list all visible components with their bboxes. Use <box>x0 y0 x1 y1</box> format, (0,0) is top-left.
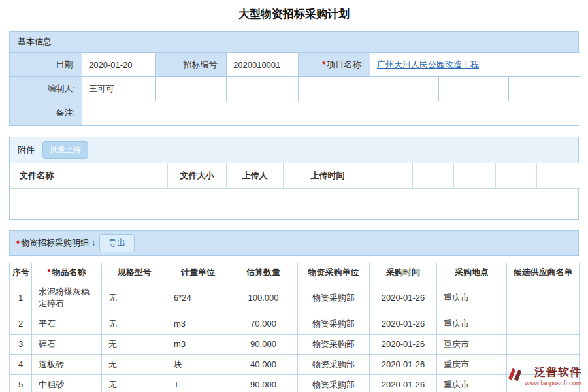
basic-info-table: 日期: 2020-01-20 招标编号: 2020010001 *项目名称: 广… <box>10 52 580 125</box>
item-unit: T <box>167 375 229 392</box>
table-row: 4 道板砖 无 块 40.000 物资采购部 2020-01-26 重庆市 <box>10 355 580 375</box>
item-name-header: *物品名称 <box>32 263 102 282</box>
item-dept: 物资采购部 <box>298 335 370 355</box>
item-name: 道板砖 <box>32 355 102 375</box>
detail-header-row: 序号 *物品名称 规格型号 计量单位 估算数量 物资采购单位 采购时间 采购地点… <box>10 263 580 282</box>
place-header: 采购地点 <box>437 263 507 282</box>
table-row: 5 中粗砂 无 T 90.000 物资采购部 2020-01-26 重庆市 <box>10 375 580 392</box>
item-suppliers <box>507 282 580 314</box>
sort-icon[interactable]: ↕ <box>91 238 95 248</box>
time-header: 采购时间 <box>370 263 437 282</box>
table-row: 2 平石 无 m3 70.000 物资采购部 2020-01-26 重庆市 <box>10 314 580 335</box>
item-name-header-text: 物品名称 <box>52 267 86 277</box>
attachments-empty-area <box>10 189 578 219</box>
item-spec: 无 <box>102 282 167 314</box>
detail-section-title: 物资招标采购明细 <box>21 237 89 249</box>
item-dept: 物资采购部 <box>298 282 370 314</box>
item-spec: 无 <box>102 375 167 392</box>
item-dept: 物资采购部 <box>298 314 370 335</box>
item-place: 重庆市 <box>437 355 507 375</box>
attachments-table: 文件名称 文件大小 上传人 上传时间 <box>10 163 580 189</box>
empty-cell <box>370 77 439 101</box>
bid-no-value: 2020010001 <box>227 53 299 77</box>
remark-label: 备注: <box>10 101 82 125</box>
file-size-header: 文件大小 <box>168 163 227 189</box>
export-button[interactable]: 导出 <box>99 234 135 252</box>
item-dept: 物资采购部 <box>298 355 370 375</box>
item-name: 水泥粉煤灰稳定碎石 <box>32 282 102 314</box>
basic-info-section: 基本信息 日期: 2020-01-20 招标编号: 2020010001 *项目… <box>9 31 579 126</box>
row-no: 5 <box>10 375 32 392</box>
table-row: 3 碎石 无 m3 90.000 物资采购部 2020-01-26 重庆市 <box>10 335 580 355</box>
item-unit: 块 <box>167 355 229 375</box>
suppliers-header: 候选供应商名单 <box>507 263 580 282</box>
detail-toolbar: * 物资招标采购明细 ↕ 导出 <box>9 230 579 256</box>
date-label: 日期: <box>10 53 82 77</box>
file-name-header: 文件名称 <box>10 163 168 189</box>
required-marker: * <box>322 59 325 69</box>
item-spec: 无 <box>102 335 167 355</box>
vendor-name: 泛普软件 <box>534 365 581 380</box>
item-spec: 无 <box>102 314 167 335</box>
detail-table: 序号 *物品名称 规格型号 计量单位 估算数量 物资采购单位 采购时间 采购地点… <box>9 263 580 392</box>
attachments-toolbar: 附件 批量上传 <box>10 137 578 163</box>
row-no: 4 <box>10 355 32 375</box>
item-time: 2020-01-26 <box>370 355 437 375</box>
empty-header-cell <box>454 163 496 189</box>
item-qty: 100.000 <box>229 282 298 314</box>
qty-header: 估算数量 <box>229 263 298 282</box>
empty-header-cell <box>372 163 413 189</box>
basic-info-row-1: 日期: 2020-01-20 招标编号: 2020010001 *项目名称: 广… <box>10 53 580 77</box>
item-place: 重庆市 <box>437 375 507 392</box>
item-qty: 90.000 <box>229 375 298 392</box>
attachments-header-row: 文件名称 文件大小 上传人 上传时间 <box>10 163 580 189</box>
empty-cell <box>227 77 299 101</box>
uploader-header: 上传人 <box>227 163 284 189</box>
attachments-section: 附件 批量上传 文件名称 文件大小 上传人 上传时间 <box>9 137 579 220</box>
detail-table-wrap: 序号 *物品名称 规格型号 计量单位 估算数量 物资采购单位 采购时间 采购地点… <box>9 263 579 392</box>
item-qty: 70.000 <box>229 314 298 335</box>
item-spec: 无 <box>102 355 167 375</box>
project-name-label: *项目名称: <box>299 53 370 77</box>
item-name: 碎石 <box>32 335 102 355</box>
table-row: 1 水泥粉煤灰稳定碎石 无 6*24 100.000 物资采购部 2020-01… <box>10 282 580 314</box>
required-marker: * <box>16 238 20 248</box>
item-time: 2020-01-26 <box>370 282 437 314</box>
bid-no-label: 招标编号: <box>156 53 227 77</box>
item-place: 重庆市 <box>437 314 507 335</box>
item-time: 2020-01-26 <box>370 314 437 335</box>
empty-header-cell <box>537 163 580 189</box>
project-name-link[interactable]: 广州天河人民公园改造工程 <box>377 59 479 69</box>
item-place: 重庆市 <box>437 335 507 355</box>
item-unit: m3 <box>167 335 229 355</box>
date-value: 2020-01-20 <box>82 53 156 77</box>
item-suppliers <box>507 314 580 335</box>
item-time: 2020-01-26 <box>370 375 437 392</box>
remark-value <box>82 101 580 125</box>
empty-header-cell <box>413 163 454 189</box>
no-header: 序号 <box>10 263 32 282</box>
vendor-website: www.fanpusoft.com <box>525 380 581 387</box>
empty-cell <box>439 77 509 101</box>
basic-info-row-3: 备注: <box>10 101 580 125</box>
item-qty: 40.000 <box>229 355 298 375</box>
row-no: 3 <box>10 335 32 355</box>
upload-time-header: 上传时间 <box>284 163 372 189</box>
basic-info-row-2: 编制人: 王可可 <box>10 77 580 101</box>
spec-header: 规格型号 <box>102 263 167 282</box>
item-suppliers <box>507 335 580 355</box>
item-place: 重庆市 <box>437 282 507 314</box>
empty-cell <box>509 77 580 101</box>
project-name-label-text: 项目名称: <box>327 59 363 69</box>
item-qty: 90.000 <box>229 335 298 355</box>
vendor-logo: 泛普软件 www.fanpusoft.com <box>506 365 581 387</box>
item-unit: 6*24 <box>167 282 229 314</box>
basic-info-header: 基本信息 <box>10 32 578 52</box>
row-no: 2 <box>10 314 32 335</box>
batch-upload-button[interactable]: 批量上传 <box>42 141 88 159</box>
unit-header: 计量单位 <box>167 263 229 282</box>
item-time: 2020-01-26 <box>370 335 437 355</box>
item-name: 中粗砂 <box>32 375 102 392</box>
empty-header-cell <box>496 163 537 189</box>
vendor-logo-icon <box>506 366 522 385</box>
